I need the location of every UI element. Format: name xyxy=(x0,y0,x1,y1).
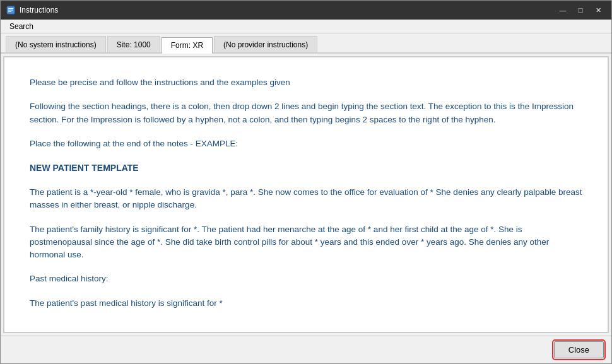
window-title: Instructions xyxy=(20,6,555,15)
paragraph-3: Place the following at the end of the no… xyxy=(30,138,582,150)
tab-no-provider[interactable]: (No provider instructions) xyxy=(214,36,317,52)
tab-site-1000[interactable]: Site: 1000 xyxy=(107,36,160,52)
content-area: Please be precise and follow the instruc… xyxy=(1,54,611,336)
paragraph-2: Following the section headings, there is… xyxy=(30,100,582,126)
paragraph-4: The patient is a *-year-old * female, wh… xyxy=(30,186,582,212)
content-inner: Please be precise and follow the instruc… xyxy=(4,57,608,333)
window-icon xyxy=(6,5,16,15)
svg-rect-2 xyxy=(8,10,13,11)
template-title: NEW PATIENT TEMPLATE xyxy=(30,161,582,175)
close-button[interactable]: Close xyxy=(554,341,604,358)
tab-no-system[interactable]: (No system instructions) xyxy=(6,36,106,52)
tab-form-xr[interactable]: Form: XR xyxy=(162,37,213,54)
content-scroll[interactable]: Please be precise and follow the instruc… xyxy=(3,56,609,333)
title-bar: Instructions — □ ✕ xyxy=(1,1,611,20)
svg-rect-3 xyxy=(8,11,11,12)
bottom-bar: Close xyxy=(1,336,611,363)
paragraph-7: The patient's past medical history is si… xyxy=(30,297,582,310)
paragraph-1: Please be precise and follow the instruc… xyxy=(30,76,582,89)
paragraph-5: The patient's family history is signific… xyxy=(30,223,582,262)
svg-rect-1 xyxy=(8,8,13,9)
titlebar-close-button[interactable]: ✕ xyxy=(590,4,606,16)
window-controls: — □ ✕ xyxy=(555,4,606,16)
menu-item-search[interactable]: Search xyxy=(4,21,38,32)
maximize-button[interactable]: □ xyxy=(572,4,589,16)
menu-bar: Search xyxy=(1,20,611,33)
tabs-bar: (No system instructions) Site: 1000 Form… xyxy=(1,33,611,54)
minimize-button[interactable]: — xyxy=(555,4,571,16)
paragraph-6: Past medical history: xyxy=(30,273,582,285)
instructions-window: Instructions — □ ✕ Search (No system ins… xyxy=(0,0,612,364)
